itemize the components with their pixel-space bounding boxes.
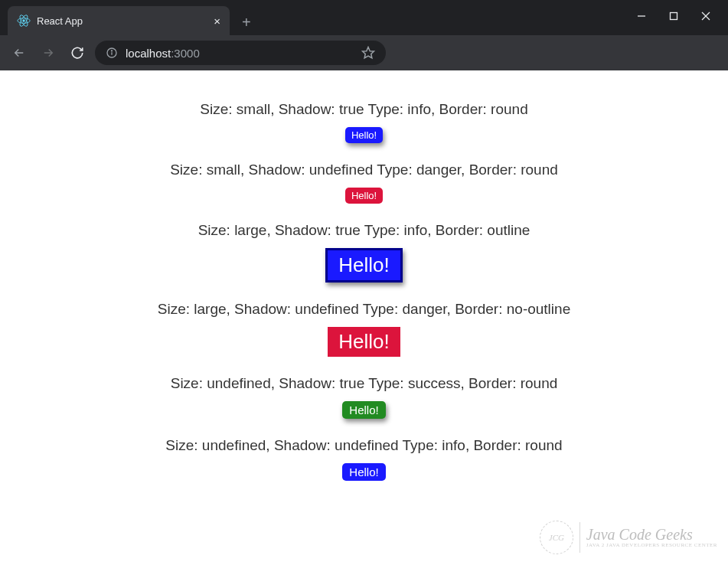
demo-row: Size: large, Shadow: undefined Type: dan… [15,301,713,371]
hello-button[interactable]: Hello! [342,463,385,481]
demo-description: Size: large, Shadow: true Type: info, Bo… [15,222,713,239]
hello-button[interactable]: Hello! [345,188,383,204]
tab-title: React App [37,15,207,27]
maximize-icon[interactable] [668,11,679,21]
svg-rect-5 [671,13,677,20]
page-content: Size: small, Shadow: true Type: info, Bo… [0,70,728,514]
hello-button[interactable]: Hello! [345,127,383,143]
reload-button[interactable] [66,41,89,64]
new-tab-button[interactable]: + [242,14,251,31]
demo-description: Size: large, Shadow: undefined Type: dan… [15,301,713,318]
demo-row: Size: undefined, Shadow: true Type: succ… [15,375,713,433]
demo-row: Size: small, Shadow: undefined Type: dan… [15,162,713,217]
url-text: localhost:3000 [126,47,200,60]
forward-button[interactable] [37,41,60,64]
titlebar: React App × + [0,0,728,35]
back-button[interactable] [8,41,31,64]
demo-row: Size: small, Shadow: true Type: info, Bo… [15,101,713,157]
demo-description: Size: undefined, Shadow: true Type: succ… [15,375,713,392]
svg-point-10 [111,51,112,51]
react-icon [17,14,31,28]
close-icon[interactable] [700,11,711,21]
browser-chrome: React App × + localhost:3000 [0,0,728,70]
watermark-subtitle: JAVA 2 JAVA DEVELOPERS RESOURCE CENTER [586,542,717,548]
hello-button[interactable]: Hello! [342,401,385,419]
watermark-badge: JCG [540,521,573,554]
demo-row: Size: large, Shadow: true Type: info, Bo… [15,222,713,296]
address-bar[interactable]: localhost:3000 [95,41,386,65]
site-info-icon[interactable] [106,47,118,59]
watermark: JCG Java Code Geeks JAVA 2 JAVA DEVELOPE… [540,521,717,554]
tab-close-icon[interactable]: × [214,15,220,28]
bookmark-icon[interactable] [361,46,375,60]
hello-button[interactable]: Hello! [328,327,400,357]
watermark-title: Java Code Geeks [586,527,717,542]
hello-button[interactable]: Hello! [325,248,402,282]
toolbar: localhost:3000 [0,35,728,70]
svg-point-0 [22,19,24,21]
browser-tab[interactable]: React App × [8,6,230,35]
minimize-icon[interactable] [636,11,647,21]
demo-description: Size: small, Shadow: true Type: info, Bo… [15,101,713,118]
demo-row: Size: undefined, Shadow: undefined Type:… [15,437,713,495]
demo-description: Size: small, Shadow: undefined Type: dan… [15,162,713,178]
svg-marker-11 [363,47,374,58]
demo-description: Size: undefined, Shadow: undefined Type:… [15,437,713,454]
window-controls [636,0,728,21]
